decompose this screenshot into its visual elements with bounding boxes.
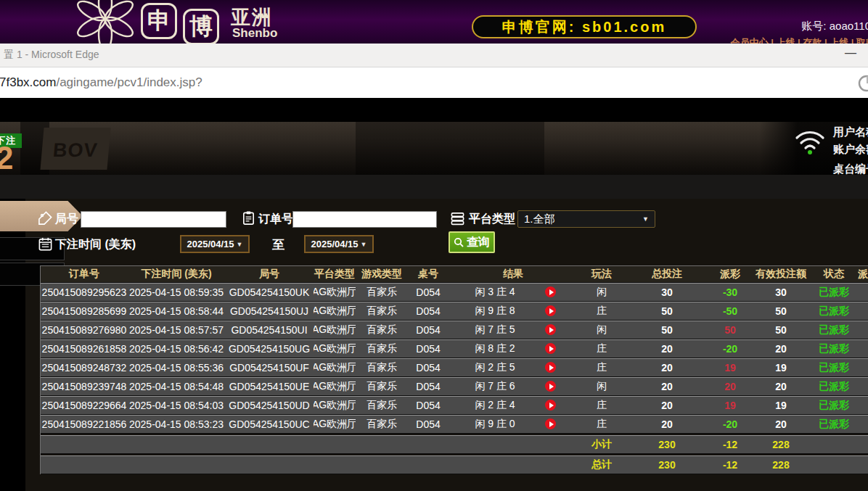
search-icon [454, 237, 464, 248]
table-cell: D054 [408, 397, 449, 414]
column-header: 玩法 [578, 266, 626, 282]
table-cell: GD054254150UK [225, 284, 314, 301]
user-name-label: 用户名称: [833, 125, 868, 138]
table-row: 2504150892618582025-04-15 08:56:42GD0542… [41, 339, 868, 358]
table-row: 2504150892218562025-04-15 08:53:23GD0542… [41, 415, 868, 434]
official-site-link[interactable]: 申博官网: sb01.com [472, 15, 697, 38]
platform-type-select[interactable]: 1.全部 ▼ [517, 210, 655, 228]
url-bar[interactable]: 7f3bx.com/agingame/pcv1/index.jsp? [0, 67, 868, 98]
table-cell: D054 [408, 302, 449, 320]
status-badge: 已派彩 [810, 321, 858, 339]
table-cell: AG欧洲厅 [314, 340, 356, 358]
result-text: 闲 3 庄 4 [449, 284, 541, 301]
column-header: 局号 [225, 266, 314, 282]
table-cell: AG欧洲厅 [314, 284, 356, 301]
status-badge: 已派彩 [810, 359, 858, 376]
result-text: 闲 9 庄 8 [449, 302, 541, 320]
table-cell: 2025-04-15 08:54:48 [128, 378, 225, 395]
url-domain: 7f3bx.com [0, 75, 56, 89]
search-button-label: 查询 [467, 235, 490, 250]
table-cell [41, 436, 128, 453]
table-cell: D054 [408, 416, 449, 433]
table-cell [449, 436, 578, 453]
table-cell: 250415089276980 [41, 321, 128, 339]
browser-action-icon[interactable] [857, 74, 868, 93]
table-cell: GD054254150UC [225, 416, 314, 433]
date-to-value: 2025/04/15 [311, 239, 359, 249]
total-bet-cell: 20 [626, 359, 708, 376]
table-cell: 250415089295623 [41, 284, 128, 301]
member-links[interactable]: 会员中心 | 上线 | 存款 | 上线 | 取款 [731, 36, 868, 44]
play-video-button[interactable] [545, 286, 556, 297]
bet-time-label: 下注时间 (美东) [55, 237, 136, 252]
table-cell: 250415089221856 [41, 416, 128, 433]
play-video-button[interactable] [545, 343, 556, 354]
payout-cell: -50 [708, 302, 752, 320]
table-cell: 百家乐 [356, 302, 408, 320]
table-cell: 2025-04-15 08:58:44 [128, 302, 225, 320]
table-cell: AG欧洲厅 [314, 302, 356, 320]
result-cell: 闲 2 庄 4 [449, 397, 578, 414]
table-cell: AG欧洲厅 [314, 378, 356, 395]
table-cell [449, 456, 578, 474]
round-number-label: 局号 [55, 212, 78, 227]
payout-cell: 19 [708, 397, 752, 414]
total-bet-value: 230 [626, 456, 708, 474]
date-to-select[interactable]: 2025/04/15▼ [304, 235, 374, 253]
screen: 申 博 亚洲 Shenbo 申博官网: sb01.com 账号: aoao110… [0, 0, 868, 491]
total-payout-value: -12 [708, 436, 752, 453]
chevron-down-icon: ▼ [361, 241, 367, 248]
search-button[interactable]: 查询 [449, 231, 495, 253]
play-video-button[interactable] [545, 381, 556, 392]
platform-type-label: 平台类型 [469, 212, 515, 227]
valid-bet-cell: 50 [752, 302, 810, 320]
total-bet-cell: 20 [626, 397, 708, 414]
column-header: 结果 [449, 266, 578, 282]
round-number-input[interactable] [81, 211, 226, 228]
platform-selected-value: 1.全部 [524, 213, 555, 226]
column-header: 游戏类型 [356, 266, 408, 282]
balance-row: 账户余额: 10 [833, 143, 868, 157]
payout-time-cell [858, 378, 868, 395]
date-from-value: 2025/04/15 [187, 239, 234, 249]
status-badge: 已派彩 [810, 302, 858, 320]
play-type-cell: 庄 [578, 340, 626, 358]
table-cell: 2025-04-15 08:56:42 [128, 340, 225, 358]
play-video-button[interactable] [545, 324, 556, 335]
total-label: 总计 [578, 456, 626, 474]
gap-band [0, 175, 868, 199]
result-cell: 闲 2 庄 5 [449, 359, 578, 376]
play-video-button[interactable] [545, 305, 556, 316]
table-number-label: 桌台编号: [833, 162, 868, 175]
range-separator: 至 [272, 236, 284, 253]
play-video-button[interactable] [545, 362, 556, 373]
total-bet-value: 230 [626, 436, 708, 453]
table-cell: GD054254150UD [225, 397, 314, 414]
result-cell: 闲 9 庄 8 [449, 302, 578, 320]
play-video-button[interactable] [545, 400, 556, 410]
minimize-button[interactable]: — [845, 46, 856, 59]
play-type-cell: 庄 [578, 302, 626, 320]
table-row: 2504150892769802025-04-15 08:57:57GD0542… [41, 321, 868, 339]
logo-char-bo: 博 [183, 9, 219, 44]
table-cell [858, 456, 868, 474]
platform-list-icon [450, 211, 465, 226]
wifi-icon [793, 126, 827, 157]
total-bet-cell: 20 [626, 416, 708, 433]
brand-latin: Shenbo [232, 26, 277, 41]
table-cell: D054 [408, 321, 449, 339]
table-cell: 2025-04-15 08:59:35 [128, 284, 225, 301]
play-type-cell: 闲 [578, 284, 626, 301]
date-from-select[interactable]: 2025/04/15▼ [180, 235, 250, 253]
play-video-button[interactable] [545, 418, 556, 429]
status-badge: 已派彩 [810, 416, 858, 433]
table-cell: AG欧洲厅 [314, 359, 356, 376]
live-video-banner: BOV 下注 2 用户名称: 97 账户余额: 10 桌台编号: 百 [0, 122, 868, 175]
status-badge: 已派彩 [810, 397, 858, 414]
table-cell: 百家乐 [356, 321, 408, 339]
table-row: 2504150892397482025-04-15 08:54:48GD0542… [41, 377, 868, 396]
grand-total-row: 总计230-12228 [41, 455, 868, 474]
order-number-input[interactable] [292, 211, 437, 228]
column-header: 有效投注额 [752, 266, 810, 282]
valid-bet-cell: 20 [752, 378, 810, 395]
